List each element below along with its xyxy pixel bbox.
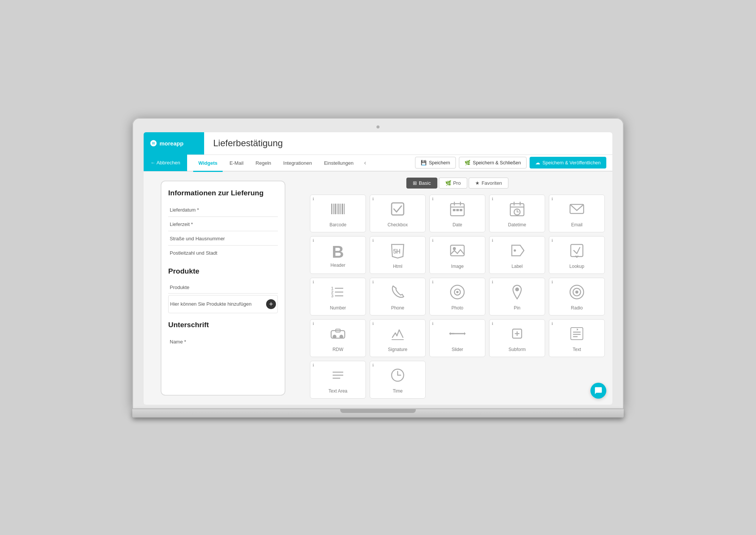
info-icon-html[interactable]: ℹ	[372, 238, 374, 243]
logo: moreapp	[150, 139, 183, 147]
svg-rect-0	[331, 204, 332, 214]
time-icon	[389, 367, 406, 387]
lookup-label: Lookup	[569, 264, 584, 269]
info-icon-email[interactable]: ℹ	[552, 197, 553, 201]
info-icon-text[interactable]: ℹ	[552, 322, 553, 326]
widget-signature[interactable]: ℹ Signature	[370, 319, 426, 357]
widget-datetime[interactable]: ℹ Datetime	[489, 195, 545, 232]
info-icon-textarea[interactable]: ℹ	[313, 363, 314, 367]
svg-point-26	[453, 247, 456, 250]
svg-rect-15	[460, 209, 462, 211]
tab-einstellungen[interactable]: Einstellungen	[319, 155, 359, 172]
save-button[interactable]: 💾 Speichern	[415, 157, 456, 169]
widget-number[interactable]: ℹ 1 2 3 Num	[310, 278, 366, 315]
subform-add-row[interactable]: Hier können Sie Produkte hinzufügen +	[168, 295, 278, 313]
widget-photo[interactable]: ℹ Photo	[429, 278, 485, 315]
page-title: Lieferbestätigung	[204, 138, 612, 148]
save-publish-label: Speichern & Veröffentlichen	[542, 160, 601, 165]
widget-image[interactable]: ℹ Image	[429, 236, 485, 274]
logo-text: moreapp	[160, 140, 183, 147]
svg-text:3: 3	[331, 294, 333, 298]
widget-barcode[interactable]: ℹ Barcode	[310, 195, 366, 232]
tab-widgets[interactable]: Widgets	[193, 155, 223, 172]
slider-label: Slider	[452, 347, 463, 352]
info-icon-phone[interactable]: ℹ	[372, 280, 374, 284]
widget-pin[interactable]: ℹ Pin	[489, 278, 545, 315]
info-icon-subform[interactable]: ℹ	[492, 322, 493, 326]
widget-header[interactable]: ℹ B Header	[310, 236, 366, 274]
svg-text:H: H	[396, 248, 401, 255]
info-icon-header[interactable]: ℹ	[313, 238, 314, 243]
tab-integrationen[interactable]: Integrationen	[278, 155, 317, 172]
info-icon-lookup[interactable]: ℹ	[552, 238, 553, 243]
info-icon-number[interactable]: ℹ	[313, 280, 314, 284]
info-icon-pin[interactable]: ℹ	[492, 280, 493, 284]
widget-radio[interactable]: ℹ Radio	[549, 278, 605, 315]
widget-subform[interactable]: ℹ Subform	[489, 319, 545, 357]
widget-checkbox[interactable]: ℹ Checkbox	[370, 195, 426, 232]
field-lieferdatum[interactable]: Lieferdatum *	[168, 203, 278, 217]
subform-add-label: Hier können Sie Produkte hinzufügen	[170, 301, 251, 307]
chat-icon	[594, 387, 603, 395]
slider-icon	[449, 325, 466, 345]
info-icon-time[interactable]: ℹ	[372, 363, 374, 367]
photo-icon	[449, 284, 466, 303]
widget-email[interactable]: ℹ Email	[549, 195, 605, 232]
widget-label[interactable]: ℹ Label	[489, 236, 545, 274]
save-close-button[interactable]: 🌿 Speichern & Schließen	[459, 157, 527, 169]
pin-label: Pin	[514, 305, 520, 311]
widget-text[interactable]: ℹ Text	[549, 319, 605, 357]
info-icon-slider[interactable]: ℹ	[432, 322, 434, 326]
widget-html[interactable]: ℹ 5H Html	[370, 236, 426, 274]
widget-time[interactable]: ℹ Time	[370, 361, 426, 399]
info-icon-photo[interactable]: ℹ	[432, 280, 434, 284]
pro-tab-label: Pro	[453, 180, 461, 186]
field-strasse[interactable]: Straße und Hausnummer	[168, 232, 278, 246]
laptop-screen: moreapp Lieferbestätigung ← Abbrechen Wi…	[144, 132, 612, 405]
info-icon-signature[interactable]: ℹ	[372, 322, 374, 326]
info-icon-rdw[interactable]: ℹ	[313, 322, 314, 326]
field-name[interactable]: Name *	[168, 335, 278, 348]
logo-icon	[150, 139, 157, 147]
widget-tab-basic[interactable]: ⊞ Basic	[406, 178, 437, 189]
laptop-base	[132, 409, 624, 417]
time-label: Time	[393, 388, 403, 394]
widget-date[interactable]: ℹ Date	[429, 195, 485, 232]
widget-tab-pro[interactable]: 🌿 Pro	[439, 178, 467, 189]
subform-label: Produkte	[168, 281, 278, 294]
widget-lookup[interactable]: ℹ Lookup	[549, 236, 605, 274]
info-icon-label[interactable]: ℹ	[492, 238, 493, 243]
collapse-nav-button[interactable]: ‹	[360, 159, 370, 166]
chat-fab[interactable]	[590, 383, 606, 399]
nav-actions: 💾 Speichern 🌿 Speichern & Schließen ☁ Sp…	[415, 157, 613, 169]
label-label: Label	[511, 264, 522, 269]
tab-email[interactable]: E-Mail	[224, 155, 249, 172]
save-icon: 💾	[421, 160, 427, 165]
textarea-icon	[330, 367, 346, 387]
widget-tab-favorites[interactable]: ★ Favoriten	[469, 178, 508, 189]
info-icon-date[interactable]: ℹ	[432, 197, 434, 201]
screen-bezel: moreapp Lieferbestätigung ← Abbrechen Wi…	[132, 118, 624, 409]
widget-slider[interactable]: ℹ Slider	[429, 319, 485, 357]
info-icon-radio[interactable]: ℹ	[552, 280, 553, 284]
widget-rdw[interactable]: ℹ RDW	[310, 319, 366, 357]
widget-phone[interactable]: ℹ Phone	[370, 278, 426, 315]
add-icon[interactable]: +	[266, 299, 276, 309]
checkbox-label: Checkbox	[387, 222, 407, 227]
info-icon-checkbox[interactable]: ℹ	[372, 197, 374, 201]
field-lieferzeit[interactable]: Lieferzeit *	[168, 218, 278, 231]
info-icon-datetime[interactable]: ℹ	[492, 197, 493, 201]
tab-regeln[interactable]: Regeln	[250, 155, 276, 172]
widget-tab-bar: ⊞ Basic 🌿 Pro ★ Favoriten	[310, 178, 605, 189]
datetime-icon	[509, 201, 525, 220]
logo-section: moreapp	[144, 132, 204, 155]
basic-tab-label: Basic	[419, 180, 431, 186]
text-icon	[569, 325, 585, 345]
info-icon-image[interactable]: ℹ	[432, 238, 434, 243]
info-icon-barcode[interactable]: ℹ	[313, 197, 314, 201]
field-postleitzahl[interactable]: Postleitzahl und Stadt	[168, 246, 278, 260]
back-button[interactable]: ← Abbrechen	[144, 155, 187, 171]
widget-textarea[interactable]: ℹ Text Area	[310, 361, 366, 399]
svg-rect-28	[571, 244, 583, 257]
save-publish-button[interactable]: ☁ Speichern & Veröffentlichen	[530, 157, 606, 169]
